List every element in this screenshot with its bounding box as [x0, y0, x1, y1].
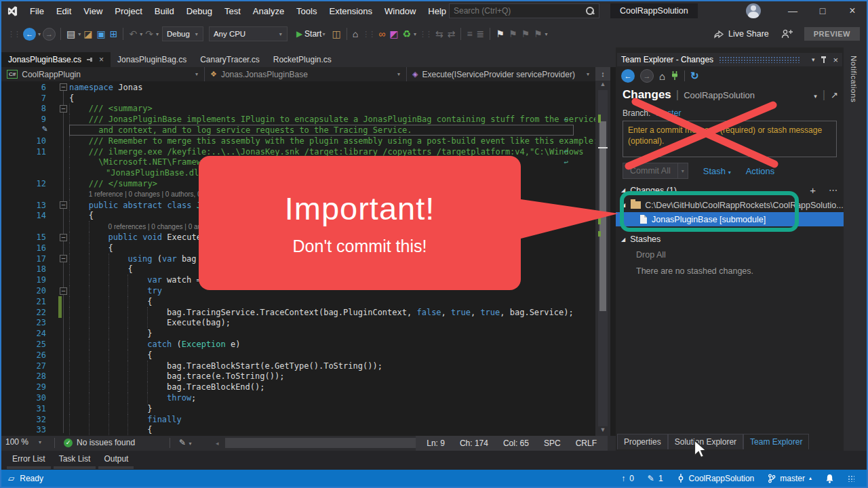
pin-icon[interactable] — [87, 56, 94, 63]
tool-tab-solution-explorer[interactable]: Solution Explorer — [668, 434, 743, 449]
bookmark-next-icon[interactable]: ⚑ — [521, 29, 530, 39]
tool-tab-properties[interactable]: Properties — [617, 434, 668, 449]
commit-all-dropdown[interactable]: ▾ — [678, 163, 688, 179]
toolbar-grip[interactable]: ⋮⋮ — [419, 30, 431, 39]
bookmark-clear-icon[interactable]: ⚑ — [534, 29, 542, 39]
background-tasks-icon[interactable]: ▱ — [8, 474, 14, 483]
editor-tab[interactable]: RocketPlugin.cs — [267, 52, 338, 67]
type-dropdown[interactable]: ❖ Jonas.JonasPluginBase ▾ — [205, 67, 407, 81]
solution-platform-dropdown[interactable]: Any CPU▾ — [209, 26, 288, 41]
search-box[interactable] — [449, 3, 599, 18]
expander-icon[interactable]: ◢ — [621, 202, 625, 208]
menu-window[interactable]: Window — [378, 3, 422, 19]
te-refresh-icon[interactable]: ↻ — [690, 70, 699, 82]
expander-icon[interactable]: ◢ — [621, 237, 625, 243]
te-home-icon[interactable]: ⌂ — [659, 70, 665, 82]
bookmark-icon[interactable]: ⚑ — [496, 29, 505, 39]
redo-dropdown[interactable]: ▾ — [156, 31, 159, 37]
fold-collapse-icon[interactable]: – — [60, 255, 67, 262]
team-explorer-title-bar[interactable]: Team Explorer - Changes ▾ × — [617, 53, 842, 66]
menu-debug[interactable]: Debug — [180, 3, 218, 19]
commit-all-button[interactable]: Commit All ▾ — [623, 163, 688, 179]
page-dropdown-icon[interactable]: ▾ — [814, 93, 817, 100]
navigate-next-icon[interactable]: ⇄ — [448, 29, 456, 39]
close-icon[interactable]: × — [99, 55, 104, 64]
extension-purple-icon[interactable]: ◩ — [389, 29, 398, 39]
document-health-indicator[interactable]: ✓ No issues found — [64, 438, 135, 447]
code-cleanup-icon[interactable]: ✎ ▾ — [179, 438, 192, 447]
actions-button[interactable]: Actions — [746, 166, 775, 176]
redo-icon[interactable]: ↷ — [145, 29, 153, 39]
project-dropdown[interactable]: C# CoolRappPlugin ▾ — [1, 67, 205, 81]
maximize-button[interactable]: □ — [808, 1, 837, 20]
changes-section-header[interactable]: ◢ Changes (1) + ⋯ — [621, 184, 838, 196]
new-file-dropdown[interactable]: ▾ — [78, 31, 81, 37]
branch-indicator[interactable]: master ▴ — [768, 474, 812, 483]
navigate-back-dropdown[interactable]: ▾ — [38, 31, 41, 37]
close-button[interactable]: × — [838, 1, 867, 20]
split-editor-handle[interactable]: ↕ — [595, 67, 610, 81]
fold-collapse-icon[interactable]: – — [60, 201, 67, 209]
fold-collapse-icon[interactable]: – — [60, 287, 67, 295]
bookmark-dropdown[interactable]: ▾ — [545, 31, 548, 37]
add-user-icon[interactable] — [781, 29, 793, 39]
menu-view[interactable]: View — [77, 3, 108, 19]
undo-icon[interactable]: ↶ — [129, 29, 137, 39]
fold-collapse-icon[interactable]: – — [60, 105, 67, 113]
scrollbar-thumb[interactable] — [599, 121, 606, 311]
panel-tab-task-list[interactable]: Task List — [54, 452, 96, 469]
branch-link[interactable]: master — [656, 108, 682, 118]
stash-button[interactable]: Stash ▾ — [703, 166, 731, 176]
scrollbar-track[interactable] — [598, 90, 608, 426]
te-connections-icon[interactable] — [671, 71, 679, 81]
zoom-dropdown[interactable]: 100 %▾ — [5, 437, 42, 447]
hscroll-left-icon[interactable]: ◂ — [216, 440, 219, 447]
find-in-files-icon[interactable]: ◫ — [332, 29, 340, 39]
menu-help[interactable]: Help — [422, 3, 452, 19]
menu-build[interactable]: Build — [149, 3, 180, 19]
open-file-icon[interactable]: ◪ — [83, 29, 92, 39]
commit-message-input[interactable]: Enter a commit message (required) or sta… — [623, 121, 837, 157]
panel-tab-output[interactable]: Output — [98, 452, 134, 469]
menu-test[interactable]: Test — [218, 3, 247, 19]
solution-configuration-dropdown[interactable]: Debug▾ — [162, 26, 203, 41]
notifications-tab[interactable]: Notifications — [850, 56, 858, 102]
menu-project[interactable]: Project — [108, 3, 148, 19]
more-options-icon[interactable]: ⋯ — [829, 185, 838, 195]
notifications-bell-icon[interactable] — [825, 474, 834, 483]
tool-tab-team-explorer[interactable]: Team Explorer — [743, 434, 809, 449]
panel-dropdown-icon[interactable]: ▾ — [812, 56, 815, 63]
editor-tab[interactable]: JonasPluginBase.cs× — [1, 52, 111, 67]
account-avatar[interactable] — [746, 3, 761, 18]
repo-folder-row[interactable]: ◢ C:\Dev\GitHub\CoolRappRockets\CoolRapp… — [616, 198, 844, 212]
save-icon[interactable]: ▣ — [97, 29, 106, 39]
start-debug-button[interactable]: ▶ Start ▾ — [294, 29, 326, 39]
stashes-section-header[interactable]: ◢ Stashes — [621, 235, 838, 244]
bookmark-prev-icon[interactable]: ⚑ — [509, 29, 517, 39]
te-back-icon[interactable]: ← — [621, 69, 635, 83]
fold-collapse-icon[interactable]: – — [60, 234, 67, 241]
scroll-down-icon[interactable]: ▼ — [600, 426, 606, 436]
member-dropdown[interactable]: ◈ Execute(IServiceProvider serviceProvid… — [407, 67, 595, 81]
extension-dropdown[interactable]: ▾ — [414, 31, 416, 37]
popout-icon[interactable]: ↗ — [831, 90, 838, 100]
resize-grip[interactable] — [848, 475, 854, 482]
fold-collapse-icon[interactable]: – — [60, 83, 67, 91]
navigate-forward-icon[interactable]: → — [43, 28, 56, 41]
menu-file[interactable]: File — [24, 3, 50, 19]
toolbar-grip[interactable]: ⋮⋮ — [362, 30, 374, 39]
panel-tab-error-list[interactable]: Error List — [7, 452, 51, 469]
editor-tab[interactable]: CanaryTracer.cs — [193, 52, 267, 67]
te-forward-icon[interactable]: → — [640, 69, 654, 83]
scroll-up-icon[interactable]: ▲ — [600, 81, 606, 90]
home-icon[interactable]: ⌂ — [353, 29, 358, 39]
extension-refresh-icon[interactable]: ♻ — [402, 29, 411, 39]
search-icon[interactable] — [585, 6, 595, 16]
add-icon[interactable]: + — [810, 184, 816, 196]
menu-edit[interactable]: Edit — [50, 3, 77, 19]
outgoing-commits-indicator[interactable]: ↑ 0 — [621, 474, 634, 483]
minimize-button[interactable]: — — [778, 1, 807, 20]
live-share-button[interactable]: Live Share — [713, 29, 769, 39]
editor-vertical-scrollbar[interactable]: ↕ ▲ ▼ — [595, 67, 610, 436]
navigate-prev-icon[interactable]: ⇆ — [435, 29, 443, 39]
